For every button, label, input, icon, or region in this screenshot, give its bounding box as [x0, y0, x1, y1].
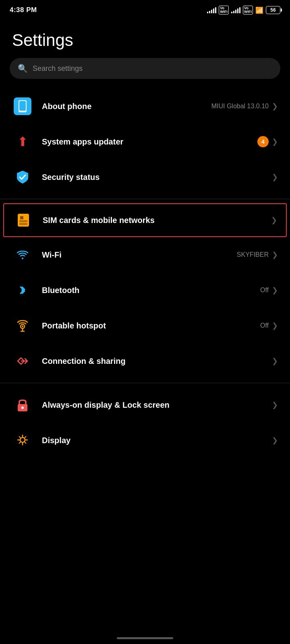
signal-bars-2 — [231, 7, 240, 13]
settings-item-security-status[interactable]: Security status ❯ — [0, 159, 290, 195]
about-phone-value: MIUI Global 13.0.10 — [211, 103, 269, 110]
display-icon — [12, 430, 33, 451]
about-phone-label: About phone — [42, 102, 211, 111]
bluetooth-chevron: ❯ — [272, 286, 278, 295]
update-badge: 4 — [257, 136, 269, 147]
always-on-display-chevron: ❯ — [272, 400, 278, 409]
search-input[interactable]: Search settings — [33, 64, 83, 73]
settings-item-system-apps-updater[interactable]: ⬆ System apps updater 4 ❯ — [0, 124, 290, 159]
page-title: Settings — [0, 19, 290, 58]
svg-point-12 — [21, 407, 24, 409]
settings-item-sim-cards[interactable]: SIM cards & mobile networks ❯ — [3, 203, 287, 237]
wifi-status-icon: 📶 — [255, 6, 263, 14]
settings-item-connection-sharing[interactable]: Connection & sharing ❯ — [0, 343, 290, 379]
wifi-chevron: ❯ — [272, 250, 278, 259]
bluetooth-icon — [12, 280, 33, 301]
svg-line-19 — [25, 442, 26, 444]
shield-icon — [12, 167, 33, 188]
search-bar[interactable]: 🔍 Search settings — [10, 58, 280, 79]
hotspot-chevron: ❯ — [272, 321, 278, 330]
status-bar: 4:38 PM VoWiFi VoWiFi 📶 56 — [0, 0, 290, 19]
security-status-label: Security status — [42, 173, 272, 182]
connection-chevron: ❯ — [272, 357, 278, 365]
settings-item-portable-hotspot[interactable]: Portable hotspot Off ❯ — [0, 308, 290, 343]
security-status-chevron: ❯ — [272, 173, 278, 182]
about-phone-chevron: ❯ — [272, 102, 278, 111]
hotspot-icon — [12, 315, 33, 336]
hotspot-value: Off — [260, 322, 269, 329]
svg-rect-3 — [20, 216, 23, 219]
system-apps-label: System apps updater — [42, 137, 257, 147]
sim-cards-chevron: ❯ — [271, 216, 277, 225]
settings-item-bluetooth[interactable]: Bluetooth Off ❯ — [0, 272, 290, 308]
settings-item-wifi[interactable]: Wi-Fi SKYFIBER ❯ — [0, 237, 290, 272]
connection-icon — [12, 351, 33, 372]
divider-2 — [0, 383, 290, 383]
signal-bars-1 — [207, 7, 216, 13]
wifi-icon — [12, 244, 33, 265]
bottom-nav-indicator — [117, 637, 173, 639]
battery-indicator: 56 — [266, 6, 280, 14]
lock-icon — [12, 394, 33, 415]
svg-point-13 — [20, 438, 25, 442]
connection-label: Connection & sharing — [42, 357, 272, 366]
bluetooth-label: Bluetooth — [42, 286, 260, 295]
settings-item-display[interactable]: Display ❯ — [0, 423, 290, 458]
display-label: Display — [42, 436, 272, 445]
svg-point-8 — [22, 326, 23, 327]
always-on-display-label: Always-on display & Lock screen — [42, 400, 272, 410]
arrow-up-icon: ⬆ — [12, 131, 33, 152]
wifi-label: Wi-Fi — [42, 250, 237, 260]
wifi-value: SKYFIBER — [237, 251, 269, 258]
status-time: 4:38 PM — [10, 6, 37, 14]
svg-rect-1 — [19, 101, 26, 111]
phone-icon — [12, 96, 33, 117]
bluetooth-value: Off — [260, 287, 269, 294]
svg-line-18 — [19, 437, 21, 438]
svg-rect-5 — [19, 223, 27, 225]
settings-list: About phone MIUI Global 13.0.10 ❯ ⬆ Syst… — [0, 89, 290, 458]
svg-rect-4 — [19, 220, 27, 222]
system-apps-chevron: ❯ — [272, 137, 278, 146]
hotspot-label: Portable hotspot — [42, 321, 260, 330]
vo-wifi-badge-1: VoWiFi — [219, 6, 229, 14]
display-chevron: ❯ — [272, 436, 278, 445]
sim-icon — [13, 210, 34, 231]
vo-wifi-badge-2: VoWiFi — [243, 6, 253, 14]
svg-point-6 — [22, 258, 23, 259]
settings-item-about-phone[interactable]: About phone MIUI Global 13.0.10 ❯ — [0, 89, 290, 124]
svg-line-21 — [19, 442, 21, 444]
settings-item-always-on-display[interactable]: Always-on display & Lock screen ❯ — [0, 387, 290, 423]
svg-line-20 — [25, 437, 26, 438]
status-icons: VoWiFi VoWiFi 📶 56 — [207, 6, 280, 14]
search-icon: 🔍 — [18, 64, 28, 73]
divider-1 — [0, 199, 290, 199]
sim-cards-label: SIM cards & mobile networks — [43, 216, 271, 225]
